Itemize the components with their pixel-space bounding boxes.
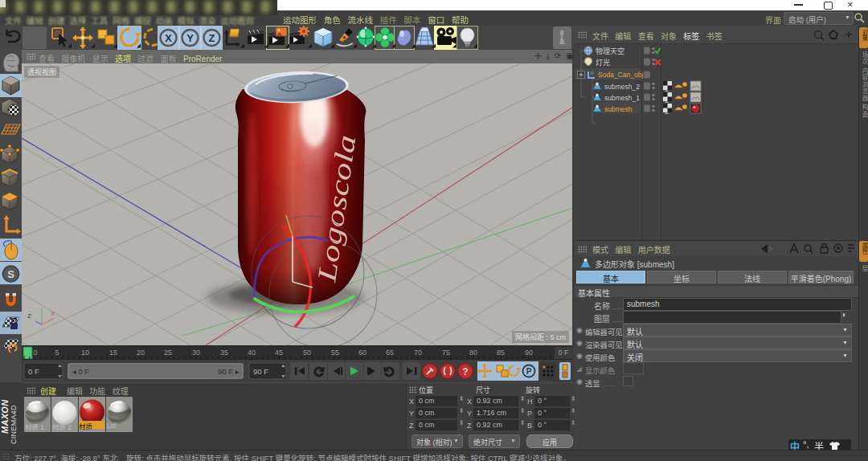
svg-text:灯光: 灯光: [596, 58, 610, 67]
svg-text:40: 40: [248, 349, 256, 357]
svg-text:Soda_Can_obj: Soda_Can_obj: [598, 71, 643, 79]
svg-text:80: 80: [469, 349, 477, 357]
svg-text:submesh_1: submesh_1: [604, 94, 640, 102]
svg-text:75: 75: [442, 349, 450, 357]
svg-text:Z: Z: [209, 32, 215, 44]
svg-text:物理天空: 物理天空: [596, 47, 624, 55]
svg-text:Z: Z: [27, 312, 31, 320]
svg-text:submesh_2: submesh_2: [604, 83, 640, 91]
svg-text:60: 60: [358, 349, 366, 357]
svg-text:0 F: 0 F: [28, 367, 39, 376]
svg-text:P: P: [526, 367, 532, 376]
svg-text:30: 30: [192, 349, 200, 357]
svg-text:90 F: 90 F: [253, 367, 268, 376]
svg-text:0: 0: [33, 349, 37, 357]
svg-text:50: 50: [303, 349, 311, 357]
svg-text:70: 70: [414, 349, 422, 357]
svg-text:15: 15: [109, 349, 117, 357]
svg-text:X: X: [51, 310, 55, 317]
svg-text:65: 65: [386, 349, 394, 357]
svg-text:?: ?: [462, 366, 468, 377]
svg-text:5: 5: [55, 349, 59, 357]
svg-text:45: 45: [275, 349, 283, 357]
svg-text:25: 25: [164, 349, 172, 357]
svg-text:◂ 0 F: ◂ 0 F: [72, 367, 89, 376]
svg-text:Y: Y: [186, 32, 194, 44]
svg-text:10: 10: [81, 349, 89, 357]
svg-text:90 F ▸: 90 F ▸: [218, 367, 240, 376]
svg-text:20: 20: [137, 349, 145, 357]
svg-text:85: 85: [497, 349, 505, 357]
svg-text:submesh: submesh: [604, 105, 633, 113]
svg-text:35: 35: [220, 349, 228, 357]
svg-text:55: 55: [331, 349, 339, 357]
svg-text:S: S: [7, 268, 14, 280]
svg-text:X: X: [165, 32, 172, 44]
svg-text:90: 90: [525, 349, 533, 357]
